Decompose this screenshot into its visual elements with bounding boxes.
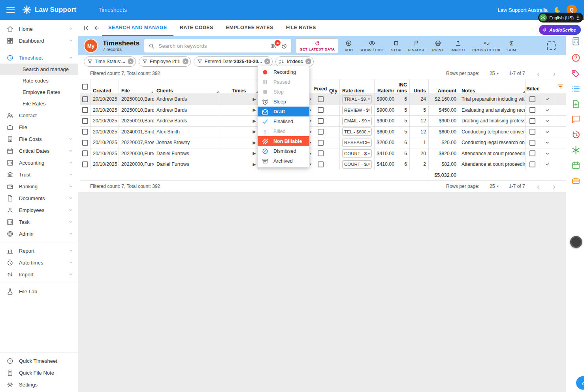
sidebar-item-employees[interactable]: Employees — [0, 204, 78, 216]
sidebar-item-banking[interactable]: Banking — [0, 180, 78, 192]
sidebar-item-employee-rates[interactable]: Employee Rates — [0, 86, 78, 98]
sidebar-item-file-lab[interactable]: File Lab — [0, 285, 78, 297]
cell-billed-checkbox[interactable] — [526, 127, 539, 137]
col-inc-mins[interactable]: INC mins — [397, 79, 410, 94]
app-logo[interactable]: Law Support — [22, 5, 76, 15]
cell-fixed-checkbox[interactable] — [314, 137, 327, 148]
row-checkbox[interactable] — [80, 94, 90, 105]
table-row[interactable]: 20/10/202520250010,Bards…Andrew Bards▶▾E… — [80, 116, 566, 127]
help-icon[interactable] — [571, 53, 581, 63]
column-filter-icon[interactable] — [555, 79, 566, 94]
play-icon[interactable]: ▶ — [253, 118, 256, 124]
col-rate-hr[interactable]: Rate/hr — [375, 79, 397, 94]
status-option-billed[interactable]: $Billed — [258, 126, 309, 136]
cell-rate-item-select[interactable]: RESEARCH…▾ — [340, 137, 375, 148]
add-document-icon[interactable] — [571, 99, 581, 109]
sidebar-item-search-and-manage[interactable]: Search and manage — [0, 64, 78, 75]
play-icon[interactable]: ▶ — [253, 140, 256, 145]
support-icon[interactable] — [571, 145, 581, 155]
play-icon[interactable]: ▶ — [253, 151, 256, 156]
row-checkbox[interactable] — [80, 105, 90, 116]
import-button[interactable]: IMPORT — [450, 40, 465, 52]
col-rate-item[interactable]: Rate item — [340, 79, 375, 94]
tab-employee-rates[interactable]: EMPLOYEE RATES — [220, 20, 280, 36]
table-row[interactable]: 20/10/202520220000,Furro…Daniel Furrows▶… — [80, 148, 566, 159]
cell-fixed-checkbox[interactable] — [314, 148, 327, 159]
calculator-icon[interactable] — [571, 36, 581, 46]
tab-file-rates[interactable]: FILE RATES — [280, 20, 322, 36]
row-checkbox[interactable] — [80, 127, 90, 137]
cell-rate-item-select[interactable]: REVIEW - $…▾ — [340, 105, 375, 116]
col-qty[interactable]: Qty — [327, 79, 340, 94]
sidebar-item-home[interactable]: Home — [0, 23, 78, 35]
cell-billed-checkbox[interactable] — [526, 159, 539, 170]
cell-billed-checkbox[interactable] — [526, 137, 539, 148]
col-notes[interactable]: Notes — [459, 79, 526, 94]
sort-chip-id[interactable]: AZ Id:desc × — [275, 56, 314, 67]
prev-page-button[interactable]: ‹ — [535, 69, 541, 77]
row-expand-button[interactable] — [539, 94, 555, 105]
play-icon[interactable]: ▶ — [253, 97, 256, 102]
cell-fixed-checkbox[interactable] — [314, 127, 327, 137]
tag-icon[interactable] — [571, 68, 581, 78]
sidebar-item-import[interactable]: Import — [0, 268, 78, 280]
col-billed[interactable]: Billed — [526, 79, 539, 94]
sidebar-item-file[interactable]: File — [0, 121, 78, 133]
sidebar-item-contact[interactable]: Contact — [0, 109, 78, 121]
sidebar-item-file-costs[interactable]: File Costs — [0, 133, 78, 145]
tab-search-and-manage[interactable]: SEARCH AND MANAGE — [102, 20, 173, 36]
status-option-sleep[interactable]: Sleep — [258, 97, 309, 107]
play-icon[interactable]: ▶ — [253, 129, 256, 134]
get-latest-data-button[interactable]: GET LATEST DATA — [296, 38, 338, 53]
tab-rate-codes[interactable]: RATE CODES — [173, 20, 220, 36]
filter-chip-time-status[interactable]: Time Status:... × — [84, 56, 136, 67]
sidebar-item-trust[interactable]: Trust — [0, 169, 78, 180]
col-created[interactable]: Created — [90, 79, 119, 94]
prev-page-button[interactable]: ‹ — [535, 182, 541, 190]
row-expand-button[interactable] — [539, 127, 555, 137]
rows-per-page-select[interactable]: 25▾ — [490, 184, 499, 189]
selection-mode-button[interactable] — [547, 41, 556, 50]
sidebar-item-file-rates[interactable]: File Rates — [0, 98, 78, 109]
cell-fixed-checkbox[interactable] — [314, 116, 327, 126]
sidebar-item-accounting[interactable]: Accounting — [0, 157, 78, 169]
table-row[interactable]: 20/10/202520250010,Bards…Andrew Bards▶▾R… — [80, 105, 566, 116]
table-row[interactable]: 20/10/202520250010,Bards…Andrew Bards▶▾T… — [80, 94, 566, 105]
search-history-icon[interactable] — [281, 43, 287, 49]
col-amount[interactable]: Amount — [429, 79, 459, 94]
sidebar-item-admin[interactable]: Admin — [0, 228, 78, 240]
cell-rate-item-select[interactable]: COURT - $…▾ — [340, 148, 375, 159]
calendar-icon[interactable] — [571, 160, 581, 170]
avatar[interactable]: My — [84, 39, 98, 53]
status-option-recording[interactable]: Recording — [258, 67, 309, 77]
filter-chip-employee-id[interactable]: Employee Id:1 × — [139, 56, 191, 67]
cell-fixed-checkbox[interactable] — [314, 159, 327, 170]
row-checkbox[interactable] — [80, 159, 90, 170]
table-row[interactable]: 20/10/202520240001,Smith…Alex Smith▶▾TEL… — [80, 127, 566, 138]
next-page-button[interactable]: › — [551, 69, 557, 77]
col-fixed[interactable]: Fixed — [314, 79, 327, 94]
drag-handle-icon[interactable] — [576, 15, 580, 21]
dial-icon[interactable] — [570, 236, 582, 248]
sum-button[interactable]: Σ SUM — [507, 40, 516, 52]
history-icon[interactable] — [571, 130, 581, 140]
sidebar-item-dashboard[interactable]: Dashboard — [0, 35, 78, 47]
table-row[interactable]: 20/10/202520220007,Brow…Johnas Browny▶▾R… — [80, 137, 566, 148]
cell-billed-checkbox[interactable] — [526, 116, 539, 126]
col-units[interactable]: Units — [410, 79, 429, 94]
stop-button[interactable]: STOP — [391, 40, 401, 52]
status-option-stop[interactable]: Stop — [258, 87, 309, 97]
filter-settings-icon[interactable]: 4 — [270, 43, 277, 49]
status-option-draft[interactable]: Draft — [258, 107, 309, 116]
add-button[interactable]: ADD — [345, 40, 353, 52]
print-button[interactable]: PRINT — [432, 40, 444, 52]
sidebar-item-task[interactable]: Task — [0, 216, 78, 228]
col-clients[interactable]: Clients — [154, 79, 219, 94]
briefcase-icon[interactable] — [571, 176, 581, 186]
cell-rate-item-select[interactable]: TEL - $600…▾ — [340, 127, 375, 137]
cell-fixed-checkbox[interactable] — [314, 94, 327, 105]
col-file[interactable]: File — [119, 79, 154, 94]
row-checkbox[interactable] — [80, 137, 90, 148]
cell-rate-item-select[interactable]: EMAIL - $9…▾ — [340, 116, 375, 126]
col-times[interactable]: Times — [219, 79, 259, 94]
